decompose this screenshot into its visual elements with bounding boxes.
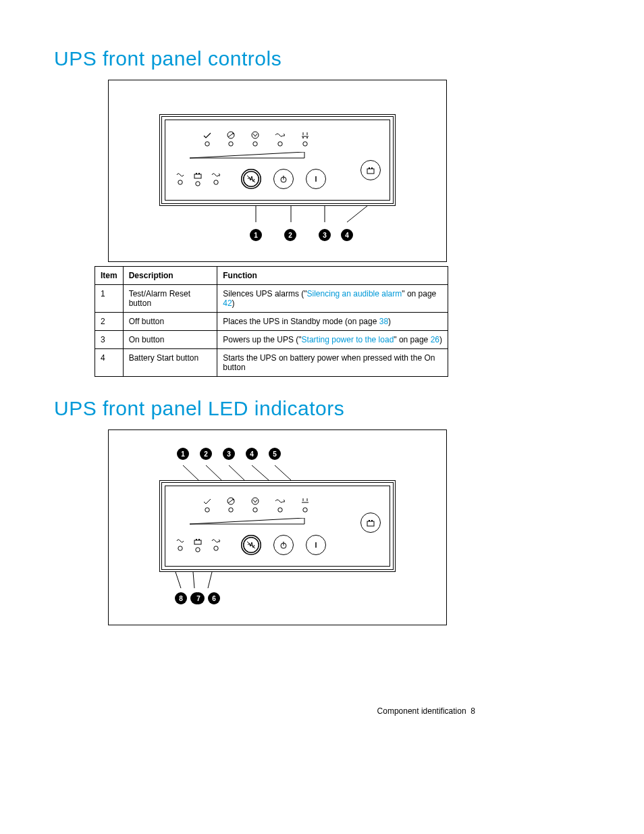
svg-line-28	[229, 465, 244, 480]
callout-top-3: 3	[223, 448, 235, 460]
boost-led-icon	[250, 497, 260, 513]
link-page-42[interactable]: 42	[223, 298, 232, 308]
input-ac-led-icon	[176, 172, 184, 186]
svg-marker-38	[190, 518, 304, 524]
page-footer: Component identification 8	[54, 706, 482, 716]
footer-page: 8	[471, 706, 475, 716]
svg-line-30	[275, 465, 291, 480]
svg-point-14	[196, 181, 200, 185]
svg-point-3	[252, 132, 259, 138]
svg-point-33	[229, 508, 233, 512]
svg-point-15	[214, 180, 218, 184]
svg-rect-42	[198, 539, 200, 540]
boost-led-icon	[250, 131, 260, 147]
callout-3: 3	[319, 229, 331, 241]
th-item: Item	[95, 267, 124, 285]
cell-desc: Off button	[123, 313, 217, 331]
svg-point-8	[303, 142, 307, 146]
ups-panel-outline-2	[159, 480, 396, 572]
svg-line-26	[183, 465, 198, 480]
callout-top-1: 1	[177, 448, 189, 460]
test-alarm-button-icon	[241, 169, 261, 189]
bypass-led-icon	[226, 131, 236, 147]
svg-rect-20	[369, 167, 370, 169]
battery-start-button-icon	[360, 513, 381, 533]
svg-rect-41	[196, 539, 197, 540]
svg-point-5	[278, 142, 282, 146]
svg-rect-40	[194, 540, 201, 544]
callout-2: 2	[284, 229, 296, 241]
heading-controls: UPS front panel controls	[54, 47, 482, 70]
ups-panel-outline	[159, 114, 396, 206]
svg-rect-49	[369, 520, 370, 521]
cell-desc: Battery Start button	[123, 349, 217, 377]
cell-desc: Test/Alarm Reset button	[123, 285, 217, 313]
overload-led-icon	[275, 131, 286, 147]
output-ac-led-icon	[211, 538, 221, 552]
svg-point-6	[302, 137, 304, 138]
svg-rect-12	[196, 173, 197, 174]
svg-rect-13	[198, 173, 200, 174]
link-page-26[interactable]: 26	[431, 335, 439, 344]
th-desc: Description	[123, 267, 217, 285]
fault-led-icon	[300, 131, 310, 147]
footer-section: Component identification	[377, 706, 466, 716]
ok-led-icon	[203, 498, 211, 513]
fault-led-icon	[300, 497, 310, 513]
svg-line-27	[206, 465, 221, 480]
svg-rect-50	[371, 520, 373, 521]
leader-lines	[159, 206, 396, 229]
svg-point-31	[205, 508, 209, 512]
svg-point-7	[306, 137, 308, 138]
svg-point-10	[178, 180, 182, 184]
svg-rect-48	[367, 521, 374, 526]
callout-bottom-7b: 7	[192, 592, 205, 604]
battery-led-icon	[194, 538, 202, 552]
cell-item: 4	[95, 349, 124, 377]
callout-top-4: 4	[246, 448, 258, 460]
svg-point-37	[303, 508, 307, 512]
svg-point-44	[214, 546, 218, 550]
cell-func: Starts the UPS on battery power when pre…	[217, 349, 448, 377]
svg-rect-19	[367, 169, 374, 174]
cell-item: 1	[95, 285, 124, 313]
cell-func: Silences UPS alarms ("Silencing an audib…	[217, 285, 448, 313]
on-button-icon	[306, 535, 326, 555]
off-button-icon	[273, 169, 294, 189]
th-func: Function	[217, 267, 448, 285]
heading-leds: UPS front panel LED indicators	[54, 397, 482, 420]
svg-point-4	[253, 142, 257, 146]
load-bar-icon	[190, 518, 365, 525]
bypass-led-icon	[226, 497, 236, 513]
off-button-icon	[273, 535, 294, 555]
svg-point-34	[252, 498, 259, 504]
svg-line-53	[208, 572, 212, 588]
link-starting[interactable]: Starting power to the load	[302, 335, 394, 344]
callout-bottom-6: 6	[208, 592, 220, 604]
svg-point-43	[196, 547, 200, 551]
on-button-icon	[306, 169, 326, 189]
output-ac-led-icon	[211, 172, 221, 186]
callout-top-5: 5	[269, 448, 281, 460]
link-silencing[interactable]: Silencing an audible alarm	[307, 289, 402, 298]
test-alarm-button-icon	[241, 535, 261, 555]
leader-lines-bottom	[159, 572, 396, 592]
battery-led-icon	[194, 172, 202, 186]
controls-table: Item Description Function 1 Test/Alarm R…	[95, 266, 448, 377]
svg-point-35	[253, 508, 257, 512]
svg-marker-9	[190, 152, 304, 158]
cell-item: 3	[95, 331, 124, 349]
svg-line-29	[252, 465, 269, 480]
figure-leds: 1 2 3 4 5	[108, 429, 447, 625]
svg-line-52	[193, 572, 194, 588]
input-ac-led-icon	[176, 538, 184, 552]
figure-controls: 1 2 3 4	[108, 80, 447, 262]
cell-func: Powers up the UPS ("Starting power to th…	[217, 331, 448, 349]
svg-point-36	[278, 508, 282, 512]
leader-lines-top	[159, 465, 396, 480]
svg-point-39	[178, 546, 182, 550]
callout-top-2: 2	[200, 448, 212, 460]
overload-led-icon	[275, 497, 286, 513]
callout-bottom-8: 8	[175, 592, 187, 604]
link-page-38[interactable]: 38	[379, 317, 388, 326]
